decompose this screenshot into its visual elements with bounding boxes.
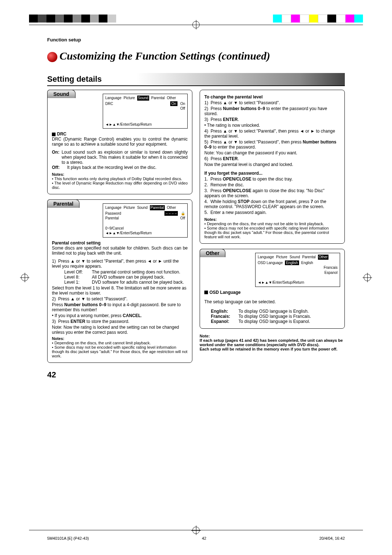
sound-menu: Language Picture Sound Parental Other DR… (103, 94, 188, 129)
crosshair-top (192, 21, 200, 28)
sound-note-1: • This function works only during playba… (52, 177, 188, 181)
page-number: 42 (47, 370, 345, 380)
crosshair-left (21, 274, 28, 281)
r-note-1: • Depending on the discs, the unit may n… (204, 222, 340, 226)
osd-desc: The setup language can be selected. (204, 299, 340, 304)
section-label: Function setup (47, 37, 345, 42)
notes-label: Notes: (52, 172, 64, 177)
red-sphere-icon (47, 52, 57, 62)
parental-tab: Parental (47, 199, 79, 208)
off-text: It plays back at the recording level on … (67, 165, 156, 170)
footer-left: 5M40101A [E] (P42-43) (47, 536, 89, 540)
foot-note: Note: If each setup (pages 41 and 42) ha… (200, 334, 345, 351)
p-step3b: Note: Now the rating is locked and the s… (52, 325, 188, 335)
off-label: Off: (52, 165, 60, 170)
osd-heading: OSD Language (204, 290, 340, 295)
sound-note-2: • The level of Dynamic Range Reduction m… (52, 181, 188, 190)
r-notes-label: Notes: (204, 217, 217, 222)
forget-title: If you forget the password... (204, 171, 262, 176)
drc-heading: DRC (52, 131, 188, 137)
crosshair-right (364, 274, 371, 281)
page-title: Customizing the Function Settings (conti… (47, 50, 345, 62)
on-text: Loud sound such as explosion or similar … (62, 150, 188, 165)
p-step1b: Select from the level 1 to level 8. The … (52, 285, 188, 296)
other-box: Other Language Picture Sound Parental Ot… (200, 249, 345, 329)
pcs-title: Parental control setting (52, 240, 101, 246)
on-label: On: (52, 150, 60, 155)
p-note-2: • Some discs may not be encoded with spe… (52, 345, 188, 358)
parental-menu: Language Picture Sound Parental Other Pa… (103, 203, 188, 238)
footer-mid: 42 (202, 536, 206, 540)
rule-bottom (29, 530, 363, 530)
title-text: Customizing the Function Settings (conti… (60, 50, 270, 62)
parental-box: Parental Language Picture Sound Parental… (47, 199, 192, 363)
p-step2c: • If you input a wrong number, press CAN… (52, 313, 188, 318)
p-step2: 2) Press ▲ or ▼ to select "Password". (52, 296, 188, 301)
section-heading: Setting details (47, 73, 345, 86)
pcs-desc: Some discs are specified not suitable fo… (52, 246, 188, 256)
crosshair-bottom (192, 527, 200, 534)
p-note-1: • Depending on the discs, the unit canno… (52, 341, 188, 345)
other-tab: Other (200, 249, 225, 257)
sound-tab: Sound (47, 90, 75, 98)
lock-icon: 🔒 (181, 211, 185, 216)
sound-box: Sound Language Picture Sound Parental Ot… (47, 90, 192, 194)
p-step2b: Press Number buttons 0–9 to input a 4-di… (52, 302, 188, 312)
footer: 5M40101A [E] (P42-43) 42 20/4/04, 16:42 (47, 536, 345, 540)
footer-right: 20/4/04, 16:42 (319, 536, 345, 540)
other-menu: Language Picture Sound Parental Other OS… (255, 253, 340, 287)
drc-desc: DRC (Dynamic Range Control) enables you … (52, 137, 188, 147)
p-step3: 3) Press ENTER to store the password. (52, 319, 188, 324)
p-step1: 1) Press ▲ or ▼ to select "Parental", th… (52, 259, 188, 269)
parental-steps-box: To change the parental level 1) Press ▲ … (200, 90, 345, 244)
p-notes-label: Notes: (52, 336, 64, 341)
r-note-2: • Some discs may not be encoded with spe… (204, 226, 340, 239)
change-level-title: To change the parental level (204, 94, 263, 100)
